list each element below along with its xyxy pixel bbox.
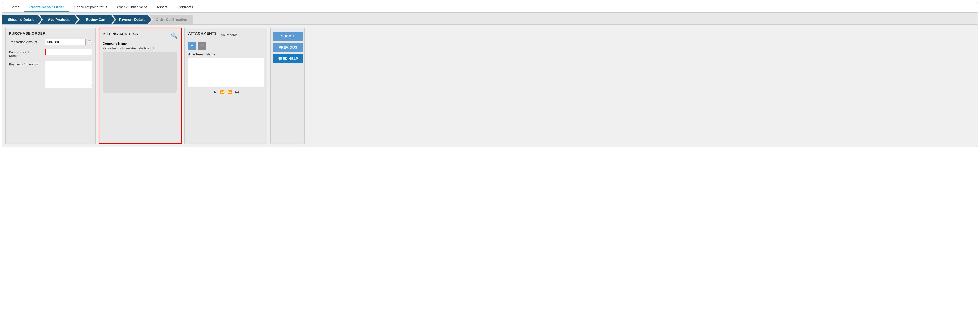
tab-assets[interactable]: Assets <box>152 2 172 12</box>
step-label-payment-details: Payment Details <box>119 18 145 21</box>
tab-check-entitlement[interactable]: Check Entitlement <box>112 2 152 12</box>
payment-comments-field-group <box>45 61 92 88</box>
app-container: Home Create Repair Order Check Repair St… <box>2 2 978 147</box>
transaction-amount-input[interactable] <box>45 39 86 45</box>
wizard-step-payment-details[interactable]: Payment Details <box>115 14 151 24</box>
purchase-order-panel: PURCHASE ORDER Transaction Amount 📋 Purc… <box>5 27 95 144</box>
attachment-table <box>188 58 264 88</box>
wizard-step-review-cart[interactable]: Review Cart <box>78 14 115 24</box>
step-label-review-cart: Review Cart <box>86 18 105 21</box>
tab-home[interactable]: Home <box>5 2 24 12</box>
billing-address-textarea[interactable] <box>103 52 177 94</box>
billing-address-panel: BILLING ADDRESS 🔍 Company Name Zebra Tec… <box>99 27 181 144</box>
wizard-bar: Shipping Details Add Products Review Car… <box>2 13 978 25</box>
payment-comments-input[interactable] <box>45 61 92 88</box>
payment-comments-row: Payment Comments <box>9 61 92 88</box>
attachments-title: ATTACHMENTS <box>188 31 217 35</box>
wizard-step-shipping[interactable]: Shipping Details <box>2 14 41 24</box>
previous-button[interactable]: PREVIOUS <box>273 43 302 52</box>
attachment-button-row: + ✕ <box>188 42 264 50</box>
transaction-amount-field-group: 📋 <box>45 39 92 45</box>
step-label-add-products: Add Products <box>48 18 70 21</box>
pagination-row: ⏮ ⏪ ⏩ ⏭ <box>188 89 264 95</box>
company-name-label: Company Name <box>103 42 177 45</box>
payment-comments-label: Payment Comments <box>9 61 43 66</box>
tab-check-repair-status[interactable]: Check Repair Status <box>69 2 113 12</box>
top-navigation: Home Create Repair Order Check Repair St… <box>2 2 978 13</box>
purchase-order-number-input[interactable] <box>45 49 92 56</box>
tab-contracts[interactable]: Contracts <box>172 2 198 12</box>
transaction-amount-label: Transaction Amount <box>9 39 43 44</box>
attachment-name-column: Attachment Name <box>188 53 264 56</box>
company-name-value: Zebra Technologies Australia Pty Ltd <box>103 46 177 50</box>
billing-search-icon[interactable]: 🔍 <box>171 32 177 39</box>
transaction-amount-row: Transaction Amount 📋 <box>9 39 92 45</box>
step-label-order-confirmation: Order Confirmation <box>156 18 187 21</box>
step-label-shipping: Shipping Details <box>8 18 35 21</box>
no-records-text: No Records <box>221 33 237 37</box>
purchase-order-title: PURCHASE ORDER <box>9 31 92 35</box>
purchase-order-number-row: Purchase Order Number <box>9 49 92 57</box>
pagination-last-button[interactable]: ⏭ <box>234 89 240 95</box>
need-help-button[interactable]: NEED HELP <box>273 54 302 63</box>
wizard-step-add-products[interactable]: Add Products <box>41 14 78 24</box>
add-attachment-button[interactable]: + <box>188 42 196 50</box>
copy-icon[interactable]: 📋 <box>87 40 92 45</box>
purchase-order-number-field-group <box>45 49 92 56</box>
purchase-order-number-label: Purchase Order Number <box>9 49 43 57</box>
wizard-step-order-confirmation[interactable]: Order Confirmation <box>151 14 193 24</box>
main-content: PURCHASE ORDER Transaction Amount 📋 Purc… <box>2 25 978 147</box>
pagination-prev-button[interactable]: ⏪ <box>219 89 226 95</box>
tab-create-repair-order[interactable]: Create Repair Order <box>24 2 69 12</box>
billing-address-header: BILLING ADDRESS 🔍 <box>103 32 177 39</box>
pagination-next-button[interactable]: ⏩ <box>226 89 233 95</box>
billing-address-title: BILLING ADDRESS <box>103 32 138 36</box>
attachments-panel: ATTACHMENTS No Records + ✕ Attachment Na… <box>185 27 267 144</box>
attachments-header: ATTACHMENTS No Records <box>188 31 264 39</box>
delete-attachment-button[interactable]: ✕ <box>198 42 206 50</box>
action-buttons-panel: SUBMIT PREVIOUS NEED HELP <box>270 27 305 144</box>
pagination-first-button[interactable]: ⏮ <box>212 89 218 95</box>
submit-button[interactable]: SUBMIT <box>273 32 302 40</box>
